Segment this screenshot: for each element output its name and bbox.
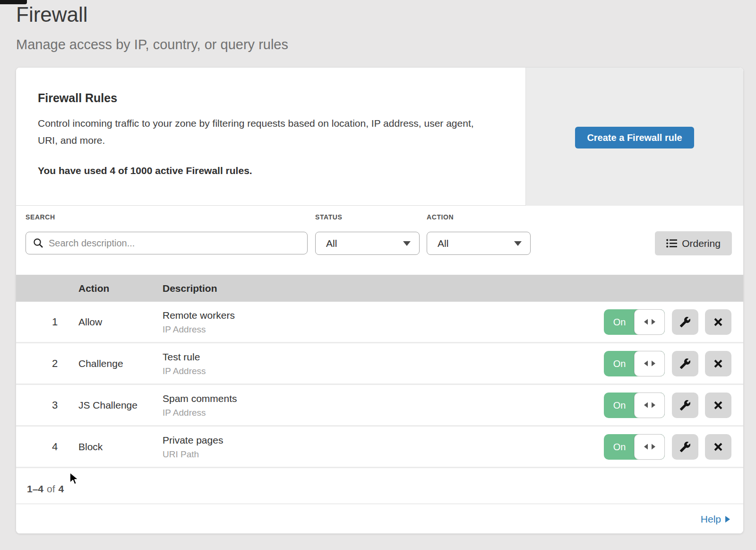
- column-header-action: Action: [78, 275, 109, 302]
- usage-summary: You have used 4 of 1000 active Firewall …: [38, 165, 252, 176]
- toggle-on-label: On: [604, 393, 635, 418]
- table-row: 3 JS Challenge Spam comments IP Address …: [16, 385, 743, 427]
- ordering-button[interactable]: Ordering: [655, 231, 732, 255]
- ordering-button-label: Ordering: [682, 238, 721, 249]
- intro-description: Control incoming traffic to your zone by…: [38, 115, 487, 149]
- table-row: 4 Block Private pages URI Path On: [16, 427, 743, 468]
- table-row: 2 Challenge Test rule IP Address On: [16, 343, 743, 385]
- delete-rule-button[interactable]: [705, 434, 731, 460]
- intro-section: Firewall Rules Control incoming traffic …: [16, 68, 743, 206]
- wrench-icon: [679, 400, 691, 411]
- rule-description-cell: Spam comments IP Address: [163, 393, 237, 418]
- rule-description: Remote workers: [163, 309, 235, 321]
- rule-description: Private pages: [163, 434, 223, 445]
- search-input[interactable]: [26, 232, 308, 254]
- table-header: Action Description: [16, 275, 743, 302]
- wrench-icon: [679, 316, 691, 328]
- x-icon: [713, 400, 723, 410]
- x-icon: [713, 317, 723, 327]
- firewall-rules-card: Firewall Rules Control incoming traffic …: [16, 68, 743, 533]
- edit-rule-button[interactable]: [672, 434, 698, 460]
- intro-heading: Firewall Rules: [38, 91, 117, 105]
- rule-description-cell: Test rule IP Address: [163, 351, 206, 376]
- page-title: Firewall: [16, 3, 88, 26]
- rule-enabled-toggle[interactable]: On: [604, 351, 665, 376]
- status-label: STATUS: [315, 213, 343, 221]
- delete-rule-button[interactable]: [705, 309, 731, 335]
- action-select[interactable]: All: [427, 232, 531, 255]
- toggle-handle[interactable]: [634, 351, 665, 376]
- caret-down-icon: [403, 241, 411, 246]
- status-selected-value: All: [326, 238, 337, 249]
- rule-description-cell: Remote workers IP Address: [163, 309, 235, 334]
- rule-priority: 1: [41, 316, 69, 328]
- rule-description: Spam comments: [163, 393, 237, 404]
- left-right-arrows-icon: [644, 360, 656, 367]
- edit-rule-button[interactable]: [672, 309, 698, 335]
- rule-enabled-toggle[interactable]: On: [604, 434, 665, 460]
- rule-action: Allow: [78, 316, 102, 328]
- rule-priority: 3: [41, 399, 69, 411]
- column-header-description: Description: [163, 275, 217, 302]
- rule-match-type: IP Address: [163, 407, 237, 418]
- toggle-handle[interactable]: [634, 393, 665, 418]
- create-firewall-rule-button[interactable]: Create a Firewall rule: [575, 127, 694, 148]
- page-subtitle: Manage access by IP, country, or query r…: [16, 37, 288, 52]
- edit-rule-button[interactable]: [672, 393, 698, 418]
- action-label: ACTION: [427, 213, 454, 221]
- search-field-wrap: [26, 232, 308, 254]
- pagination-range: 1–4: [27, 483, 43, 495]
- rule-priority: 4: [41, 441, 69, 453]
- x-icon: [713, 442, 723, 452]
- x-icon: [713, 358, 723, 369]
- delete-rule-button[interactable]: [705, 351, 731, 376]
- list-bullets-icon: [666, 239, 677, 248]
- rule-match-type: IP Address: [163, 324, 235, 334]
- left-right-arrows-icon: [644, 444, 656, 450]
- rules-table-body: 1 Allow Remote workers IP Address On: [16, 302, 743, 468]
- rule-match-type: IP Address: [163, 366, 206, 376]
- toggle-on-label: On: [604, 351, 635, 376]
- toggle-on-label: On: [604, 309, 635, 335]
- delete-rule-button[interactable]: [705, 393, 731, 418]
- rule-enabled-toggle[interactable]: On: [604, 309, 665, 335]
- magnifier-icon: [33, 238, 43, 248]
- create-rule-panel: Create a Firewall rule: [525, 68, 743, 206]
- wrench-icon: [679, 358, 691, 369]
- toggle-handle[interactable]: [634, 309, 665, 335]
- toggle-on-label: On: [604, 434, 635, 460]
- search-label: SEARCH: [26, 213, 55, 221]
- table-row: 1 Allow Remote workers IP Address On: [16, 302, 743, 343]
- rule-description: Test rule: [163, 351, 206, 362]
- rule-enabled-toggle[interactable]: On: [604, 393, 665, 418]
- wrench-icon: [679, 441, 691, 453]
- edit-rule-button[interactable]: [672, 351, 698, 376]
- right-triangle-icon: [725, 516, 730, 523]
- toggle-handle[interactable]: [634, 434, 665, 460]
- left-right-arrows-icon: [644, 402, 656, 408]
- help-row: Help: [16, 505, 743, 533]
- action-selected-value: All: [438, 238, 448, 249]
- help-link-label: Help: [701, 514, 721, 525]
- status-select[interactable]: All: [315, 232, 420, 255]
- rule-action: Block: [78, 441, 103, 453]
- pagination-total: 4: [59, 483, 64, 495]
- pagination: 1–4 of 4: [16, 474, 743, 504]
- caret-down-icon: [514, 241, 522, 246]
- left-right-arrows-icon: [644, 319, 656, 325]
- pagination-of-label: of: [47, 483, 55, 495]
- rule-match-type: URI Path: [163, 449, 223, 459]
- rule-action: JS Challenge: [78, 400, 137, 411]
- rule-description-cell: Private pages URI Path: [163, 434, 223, 459]
- rule-priority: 2: [41, 358, 69, 370]
- help-link[interactable]: Help: [701, 514, 730, 525]
- rule-action: Challenge: [78, 358, 123, 369]
